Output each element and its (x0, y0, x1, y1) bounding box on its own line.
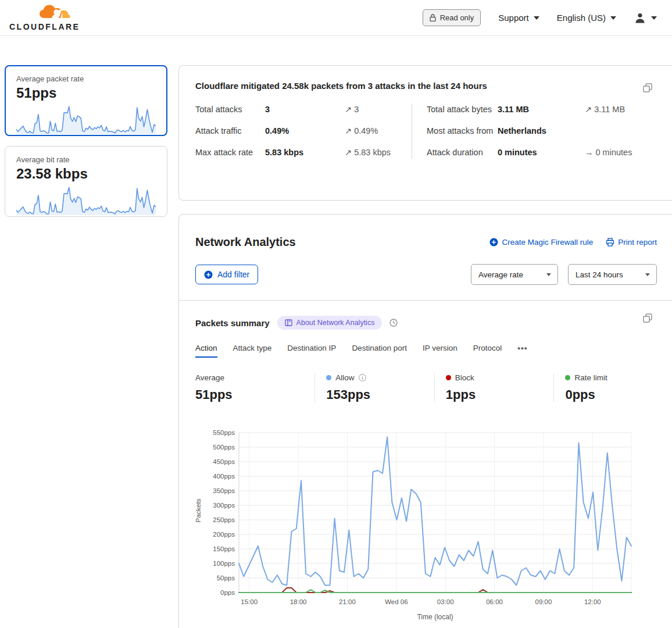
arrow-right-icon: → (585, 148, 594, 157)
cloudflare-cloud-icon (38, 4, 71, 22)
time-series-chart[interactable]: 15:0018:0021:00Wed 0603:0006:0009:0012:0… (202, 428, 644, 609)
svg-text:150pps: 150pps (213, 545, 235, 552)
attack-summary-stats: Total attacks 3 ↗ 3 Attack traffic 0.49%… (195, 104, 672, 159)
top-header: CLOUDFLARE Read only Support English (US… (0, 0, 672, 36)
card-value: 51pps (16, 85, 156, 101)
card-value: 23.58 kbps (16, 166, 156, 182)
info-icon[interactable] (359, 374, 366, 381)
trend-up-icon: ↗ (345, 148, 352, 157)
trend-up-icon: ↗ (345, 105, 352, 114)
stat-change (585, 125, 672, 138)
attack-summary-card: Cloudflare mitigated 24.58k packets from… (178, 65, 672, 201)
account-menu[interactable] (634, 12, 657, 24)
stat-change: ↗ 3.11 MB (585, 104, 672, 116)
tab-action[interactable]: Action (195, 344, 217, 358)
card-average-packet-rate[interactable]: Average packet rate 51pps (5, 65, 167, 136)
attack-stats-right: Total attack bytes 3.11 MB ↗ 3.11 MB Mos… (427, 104, 672, 159)
stat-value: 5.83 kbps (265, 147, 345, 159)
card-label: Average bit rate (16, 155, 156, 164)
rate-limit-dot-icon (565, 375, 570, 380)
chevron-down-icon (610, 16, 616, 20)
copy-icon[interactable] (643, 313, 652, 325)
tab-ip-version[interactable]: IP version (423, 344, 457, 358)
allow-dot-icon (326, 375, 331, 380)
tab-attack-type[interactable]: Attack type (233, 344, 272, 358)
svg-text:15:00: 15:00 (241, 598, 258, 605)
add-filter-button[interactable]: Add filter (195, 265, 258, 284)
series-legend-stats: Average 51pps Allow (195, 373, 672, 402)
cloudflare-logo[interactable]: CLOUDFLARE (9, 4, 74, 31)
svg-text:400pps: 400pps (213, 473, 235, 480)
main-content: Average packet rate 51pps Average bit ra… (0, 36, 672, 628)
chevron-down-icon (534, 16, 539, 20)
stat-label: Max attack rate (195, 147, 265, 159)
network-analytics-title: Network Analytics (195, 236, 296, 249)
tab-destination-ip[interactable]: Destination IP (287, 344, 336, 358)
bit-rate-sparkline (16, 183, 156, 219)
create-magic-firewall-rule-link[interactable]: Create Magic Firewall rule (489, 238, 593, 247)
trend-up-icon: ↗ (585, 105, 592, 114)
svg-text:200pps: 200pps (213, 531, 235, 538)
header-actions: Read only Support English (US) (423, 9, 657, 26)
legend-allow: Allow 153pps (314, 373, 434, 402)
plus-circle-icon (204, 270, 213, 279)
svg-text:550pps: 550pps (213, 429, 235, 436)
trend-up-icon: ↗ (345, 126, 352, 135)
legend-value: 153pps (326, 387, 434, 402)
network-analytics-header: Network Analytics Create Magic Firewall … (179, 215, 672, 249)
stat-change: ↗ 5.83 kbps (345, 147, 412, 159)
user-icon (634, 12, 646, 24)
stat-value: 0.49% (265, 125, 345, 138)
attack-summary-title: Cloudflare mitigated 24.58k packets from… (195, 81, 672, 91)
stat-label: Total attack bytes (427, 104, 498, 116)
cloudflare-logo-text: CLOUDFLARE (9, 22, 74, 31)
metric-select[interactable]: Average rate (471, 264, 558, 285)
chevron-down-icon (645, 273, 650, 276)
support-menu[interactable]: Support (498, 13, 539, 23)
print-report-link[interactable]: Print report (606, 238, 657, 247)
legend-block: Block 1pps (434, 373, 554, 402)
svg-text:Wed 06: Wed 06 (385, 598, 408, 605)
support-label: Support (498, 13, 529, 23)
tab-destination-port[interactable]: Destination port (352, 344, 407, 358)
card-label: Average packet rate (16, 74, 156, 83)
analytics-column: Cloudflare mitigated 24.58k packets from… (178, 65, 672, 628)
svg-text:18:00: 18:00 (290, 598, 307, 605)
stat-value: 3 (265, 104, 345, 116)
time-range-select[interactable]: Last 24 hours (568, 264, 657, 285)
tab-protocol[interactable]: Protocol (473, 344, 502, 358)
svg-text:03:00: 03:00 (437, 598, 454, 605)
legend-label: Block (455, 373, 474, 382)
card-average-bit-rate[interactable]: Average bit rate 23.58 kbps (5, 146, 167, 217)
packets-summary-header: Packets summary About Network Analytics (195, 316, 672, 330)
stat-value: 0 minutes (498, 147, 585, 159)
stat-label: Total attacks (195, 104, 265, 116)
more-tabs-button[interactable]: ••• (517, 344, 527, 358)
stat-label: Most attacks from (427, 125, 498, 138)
chevron-down-icon (651, 16, 657, 20)
metric-cards-column: Average packet rate 51pps Average bit ra… (5, 65, 167, 628)
legend-rate-limit: Rate limit 0pps (553, 373, 672, 402)
vertical-divider (412, 104, 412, 159)
about-network-analytics-badge[interactable]: About Network Analytics (277, 316, 383, 330)
dimension-tabs: Action Attack type Destination IP Destin… (195, 344, 672, 358)
packets-chart[interactable]: Packets 15:0018:0021:00Wed 0603:0006:000… (202, 428, 644, 621)
header-links: Create Magic Firewall rule Print report (489, 238, 657, 247)
stat-value: 3.11 MB (498, 104, 585, 116)
stat-change: ↗ 0.49% (345, 125, 412, 138)
legend-label: Average (195, 373, 224, 382)
x-axis-label: Time (local) (239, 613, 631, 621)
read-only-label: Read only (440, 13, 474, 22)
stat-label: Attack duration (427, 147, 498, 159)
history-clock-icon[interactable] (389, 319, 398, 327)
copy-icon[interactable] (643, 83, 652, 95)
stat-value: Netherlands (498, 125, 585, 138)
packets-summary-section: Packets summary About Network Analytics (179, 301, 672, 621)
legend-value: 0pps (565, 387, 672, 402)
language-menu[interactable]: English (US) (557, 13, 616, 23)
legend-label: Rate limit (574, 373, 607, 382)
svg-text:09:00: 09:00 (535, 598, 552, 605)
svg-text:250pps: 250pps (213, 516, 235, 523)
y-axis-label: Packets (195, 499, 202, 523)
network-analytics-card: Network Analytics Create Magic Firewall … (178, 214, 672, 628)
